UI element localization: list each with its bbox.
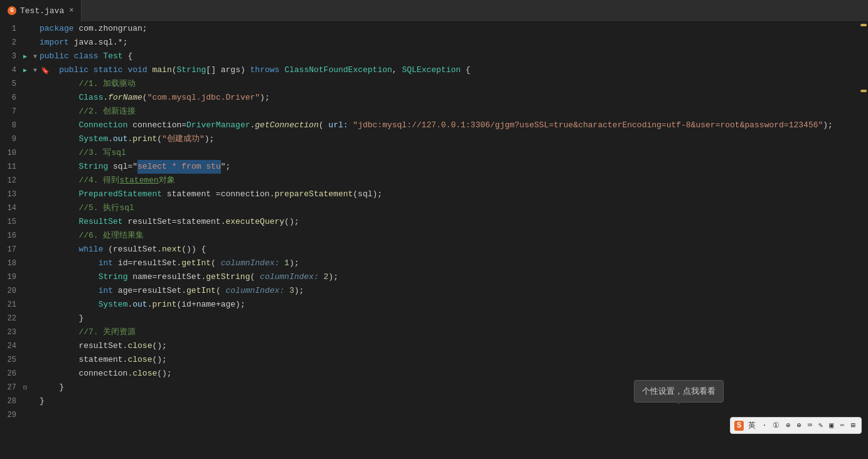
tab-bar: G Test.java × xyxy=(0,0,868,22)
line-num-13: 13 xyxy=(0,190,20,199)
tab-close-button[interactable]: × xyxy=(69,6,73,15)
fold-icon-4[interactable]: ▼ xyxy=(30,67,40,74)
line-num-1: 1 xyxy=(0,24,20,33)
line-num-2: 2 xyxy=(0,38,20,47)
line-num-21: 21 xyxy=(0,300,20,309)
code-line-6: Class.forName("com.mysql.jdbc.Driver"); xyxy=(40,91,859,105)
code-line-10: //3. 写sql xyxy=(40,146,859,160)
ime-shirt[interactable]: ✂ xyxy=(839,419,847,431)
ime-keyboard[interactable]: ⌨ xyxy=(806,419,814,431)
gutter-row-9: 9 xyxy=(0,132,35,146)
gutter-row-8: 8 xyxy=(0,119,35,132)
line-num-26: 26 xyxy=(0,369,20,378)
gutter-row-24: 24 xyxy=(0,339,35,353)
line-num-20: 20 xyxy=(0,287,20,295)
line-num-3: 3 xyxy=(0,52,20,61)
ime-pencil[interactable]: ✎ xyxy=(817,419,825,431)
gutter-row-26: 26 xyxy=(0,367,35,381)
code-line-1: package com.zhongruan; xyxy=(40,22,859,36)
line-num-18: 18 xyxy=(0,259,20,268)
run-icon-4[interactable]: ▶ xyxy=(20,66,30,74)
ime-grid[interactable]: ▣ xyxy=(827,419,835,431)
line-num-28: 28 xyxy=(0,397,20,406)
tab-file-icon: G xyxy=(8,6,16,15)
code-line-5: //1. 加载驱动 xyxy=(40,77,859,91)
code-line-9: System.out.print("创建成功"); xyxy=(40,132,859,146)
line-num-8: 8 xyxy=(0,121,20,130)
tab-test-java[interactable]: G Test.java × xyxy=(0,0,82,22)
line-num-10: 10 xyxy=(0,149,20,157)
code-line-8: Connection connection=DriverManager.getC… xyxy=(40,119,859,132)
gutter-row-20: 20 xyxy=(0,284,35,298)
line-num-16: 16 xyxy=(0,231,20,240)
gutter-row-15: 15 xyxy=(0,215,35,229)
gutter-row-13: 13 xyxy=(0,187,35,201)
code-line-4: public static void main(String[] args) t… xyxy=(40,63,859,77)
code-line-19: String name=resultSet.getString( columnI… xyxy=(40,270,859,284)
gutter-row-5: 5 xyxy=(0,77,35,91)
ime-lang-toggle[interactable]: 英 xyxy=(746,419,758,432)
line-num-23: 23 xyxy=(0,328,20,337)
ime-toolbar[interactable]: S 英 · ① ⊕ ⊕ ⌨ ✎ ▣ ✂ ⊞ xyxy=(730,417,862,434)
ime-mic[interactable]: ⊕ xyxy=(795,419,803,431)
editor-area: 1 2 3 ▶ ▼ 4 ▶ ▼ 🔖 5 xyxy=(0,22,868,459)
gutter-row-10: 10 xyxy=(0,146,35,160)
code-content[interactable]: package com.zhongruan; import java.sql.*… xyxy=(35,22,859,459)
code-line-28: } xyxy=(40,394,859,408)
gutter-row-7: 7 xyxy=(0,105,35,119)
line-num-11: 11 xyxy=(0,162,20,171)
ime-punct[interactable]: · xyxy=(760,420,768,431)
gutter-row-16: 16 xyxy=(0,229,35,243)
line-num-6: 6 xyxy=(0,93,20,102)
tab-filename: Test.java xyxy=(20,6,64,16)
code-line-20: int age=resultSet.getInt( columnIndex: 3… xyxy=(40,284,859,298)
gutter-row-1: 1 xyxy=(0,22,35,36)
run-icon-3[interactable]: ▶ xyxy=(20,53,30,60)
code-line-23: //7. 关闭资源 xyxy=(40,325,859,339)
code-line-26: connection.close(); xyxy=(40,367,859,381)
tooltip-personalize[interactable]: 个性设置，点我看看 xyxy=(634,380,724,403)
code-line-15: ResultSet resultSet=statement.executeQue… xyxy=(40,215,859,229)
scrollbar-track[interactable] xyxy=(859,22,868,459)
gutter-row-17: 17 xyxy=(0,243,35,256)
gutter-row-2: 2 xyxy=(0,36,35,50)
line-num-12: 12 xyxy=(0,176,20,185)
code-line-2: import java.sql.*; xyxy=(40,36,859,50)
ime-grid2[interactable]: ⊞ xyxy=(849,419,857,431)
gutter-row-22: 22 xyxy=(0,312,35,325)
code-line-17: while (resultSet.next()) { xyxy=(40,243,859,256)
line-num-22: 22 xyxy=(0,314,20,323)
scrollbar-marker-1 xyxy=(860,24,867,26)
code-line-22: } xyxy=(40,312,859,325)
gutter-row-12: 12 xyxy=(0,174,35,187)
fold-icon-3[interactable]: ▼ xyxy=(30,53,40,60)
line-num-15: 15 xyxy=(0,218,20,226)
line-num-27: 27 xyxy=(0,383,20,392)
code-line-3: public class Test { xyxy=(40,50,859,63)
ime-s-icon[interactable]: S xyxy=(734,421,744,431)
line-num-25: 25 xyxy=(0,356,20,364)
fold-icon-27[interactable]: ⊟ xyxy=(20,384,30,391)
code-line-25: statement.close(); xyxy=(40,353,859,367)
code-line-7: //2. 创新连接 xyxy=(40,105,859,119)
bookmark-icon-4[interactable]: 🔖 xyxy=(40,66,50,75)
line-num-4: 4 xyxy=(0,66,20,75)
scrollbar-marker-2 xyxy=(860,90,867,92)
code-line-11: String sql="select * from stu"; xyxy=(40,160,859,174)
code-line-14: //5. 执行sql xyxy=(40,201,859,215)
code-line-21: System.out.print(id+name+age); xyxy=(40,298,859,312)
line-num-9: 9 xyxy=(0,135,20,144)
ime-settings[interactable]: ⊕ xyxy=(784,419,792,431)
gutter-row-21: 21 xyxy=(0,298,35,312)
code-line-18: int id=resultSet.getInt( columnIndex: 1)… xyxy=(40,256,859,270)
gutter-row-6: 6 xyxy=(0,91,35,105)
gutter-row-4: 4 ▶ ▼ 🔖 xyxy=(0,63,35,77)
gutter-row-23: 23 xyxy=(0,325,35,339)
line-num-29: 29 xyxy=(0,411,20,419)
code-lines: package com.zhongruan; import java.sql.*… xyxy=(40,22,859,422)
gutter-row-28: 28 xyxy=(0,394,35,408)
ime-num[interactable]: ① xyxy=(771,419,781,431)
line-num-24: 24 xyxy=(0,342,20,351)
code-line-16: //6. 处理结果集 xyxy=(40,229,859,243)
line-gutter: 1 2 3 ▶ ▼ 4 ▶ ▼ 🔖 5 xyxy=(0,22,35,459)
